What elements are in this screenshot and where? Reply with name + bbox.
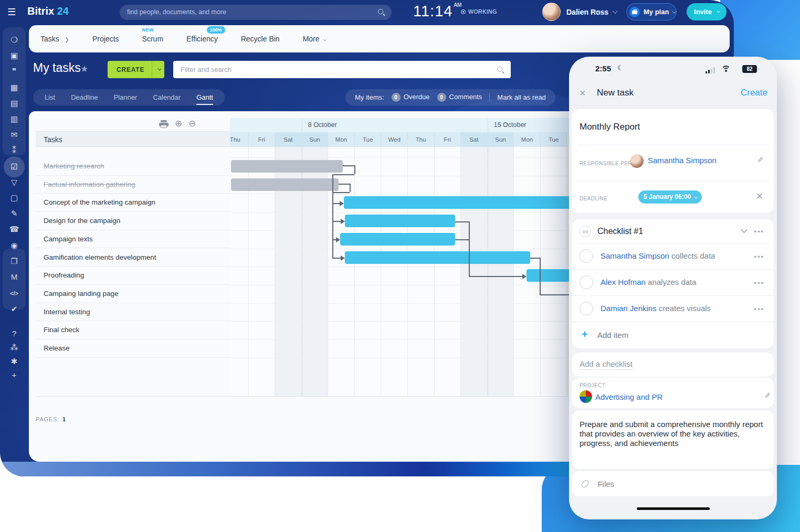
edit-pencil-icon[interactable]: ✎ (764, 391, 771, 400)
checklist-item[interactable]: Alex Hofman analyzes data••• (572, 270, 774, 296)
task-row[interactable]: Proofreading (36, 267, 230, 285)
task-title-input[interactable]: Monthly Report (580, 122, 640, 132)
knowledge-base-icon[interactable]: ❒ (0, 254, 28, 268)
documents-icon[interactable]: ▤ (0, 97, 28, 110)
help-icon[interactable]: ? (0, 327, 28, 341)
task-row[interactable]: Gamification elements development (36, 249, 230, 267)
checkbox-circle[interactable] (580, 249, 593, 263)
responsible-row[interactable]: RESPONSIBLE PER... Samantha Simpson ✎ (580, 158, 766, 167)
task-row[interactable]: Campaign texts (36, 230, 230, 249)
tab-planner[interactable]: Planner (114, 90, 138, 104)
task-row[interactable]: Design for the campaign (36, 212, 230, 230)
project-card[interactable]: PROJECT Advertising and PR ✎ (572, 378, 774, 408)
tasks-icon[interactable]: ☑ (0, 160, 28, 174)
drive-icon[interactable]: ▥ (0, 112, 28, 126)
contact-center-icon[interactable]: ☎ (0, 222, 28, 236)
team-icon[interactable]: ⁑ (0, 144, 28, 157)
phone-create-button[interactable]: Create (741, 88, 767, 98)
gantt-bar-1[interactable] (231, 160, 343, 173)
pages-value[interactable]: 1 (62, 416, 66, 422)
task-row[interactable]: Release (36, 339, 230, 358)
nav-item-efficiency[interactable]: Efficiency100% (186, 35, 218, 43)
gantt-bar-4[interactable] (345, 215, 455, 227)
gantt-bar-5[interactable] (340, 233, 455, 246)
counter-label-comments[interactable]: Comments (449, 93, 482, 101)
crm-icon[interactable]: ▽ (0, 176, 28, 189)
add-icon[interactable]: + (0, 368, 28, 382)
task-row[interactable]: Marketing research (36, 157, 230, 176)
chevron-down-icon[interactable] (158, 67, 162, 71)
checklist-item[interactable]: Samantha Simpson collects data••• (572, 243, 774, 270)
checklist-menu-icon[interactable]: ••• (754, 228, 764, 236)
edit-pencil-icon[interactable]: ✎ (757, 156, 763, 164)
close-icon[interactable]: × (580, 87, 586, 99)
invite-button[interactable]: Invite (687, 3, 727, 20)
add-checklist-card[interactable]: Add a checklist (572, 353, 774, 377)
task-row[interactable]: Internal testing (36, 303, 230, 322)
tab-list[interactable]: List (45, 90, 55, 104)
my-plan-button[interactable]: My plan (626, 3, 677, 20)
favorite-star-icon[interactable]: ★ (80, 63, 88, 75)
deadline-pill[interactable]: 5 January 06:00 (638, 190, 702, 204)
print-icon[interactable] (159, 120, 169, 131)
responsible-name[interactable]: Samantha Simpson (648, 156, 717, 165)
files-card[interactable]: Files (572, 471, 774, 496)
mail-icon[interactable]: ✉ (0, 128, 28, 142)
task-row[interactable]: Factual information gathering (36, 176, 230, 194)
create-task-button[interactable]: CREATE (108, 61, 164, 78)
nav-item-scrum[interactable]: ScrumNEW (142, 35, 163, 43)
clear-deadline-icon[interactable]: ✕ (756, 191, 763, 202)
checklist-item-assignee[interactable]: Alex Hofman (601, 278, 646, 286)
global-search-input[interactable]: find people, documents, and more (120, 5, 392, 20)
filter-search-input[interactable]: Filter and search (173, 61, 511, 78)
messenger-icon[interactable]: ❞ (0, 65, 28, 78)
menu-icon[interactable]: ☰ (7, 6, 16, 18)
developer-icon[interactable]: </> (0, 286, 28, 300)
mark-all-read-button[interactable]: Mark all as read (497, 93, 545, 101)
task-row[interactable]: Final check (36, 321, 230, 339)
sign-icon[interactable]: ✎ (0, 207, 28, 220)
add-item-row[interactable]: + Add item (572, 322, 774, 348)
checkbox-circle[interactable] (580, 275, 593, 289)
project-name[interactable]: Advertising and PR (595, 392, 662, 401)
checkbox-circle[interactable] (580, 302, 593, 315)
task-row[interactable]: Concept of the marketing campaign (36, 194, 230, 212)
item-menu-icon[interactable]: ••• (754, 279, 764, 287)
checklist-item-assignee[interactable]: Samantha Simpson (601, 251, 669, 260)
settings-icon[interactable]: ✱ (0, 355, 28, 368)
home-indicator[interactable] (637, 507, 710, 510)
gantt-bar-2[interactable] (231, 178, 339, 191)
share-icon[interactable]: ⁂ (0, 341, 28, 355)
item-menu-icon[interactable]: ••• (754, 253, 764, 261)
gantt-bar-6[interactable] (345, 251, 530, 264)
nav-item-projects[interactable]: Projects (92, 35, 119, 43)
description-card[interactable]: Prepare and submit a comprehensive month… (572, 410, 774, 469)
checklist-item-assignee[interactable]: Damian Jenkins (601, 304, 657, 313)
tab-deadline[interactable]: Deadline (71, 90, 98, 104)
tab-gantt[interactable]: Gantt (196, 90, 213, 104)
deadline-row[interactable]: DEADLINE 5 January 06:00 ✕ (580, 193, 766, 203)
zoom-out-icon[interactable]: ⊖ (187, 119, 197, 129)
item-menu-icon[interactable]: ••• (754, 305, 764, 313)
feed-icon[interactable]: ❍ (0, 33, 28, 47)
app-logo[interactable]: Bitrix 24 (27, 5, 69, 17)
checklist-item[interactable]: Damian Jenkins creates visuals••• (572, 296, 774, 322)
calendar-icon[interactable]: ▦ (0, 81, 28, 94)
collapse-chevron-icon[interactable] (741, 226, 748, 233)
nav-item-tasks[interactable]: Tasks❯ (40, 35, 69, 43)
checklist-header[interactable]: 0/3 Checklist #1 ••• (572, 219, 774, 243)
sites-icon[interactable]: ▢ (0, 191, 28, 205)
nav-item-more[interactable]: More (303, 35, 325, 43)
task-row[interactable]: Campaing landing page (36, 285, 230, 303)
nav-item-recycle-bin[interactable]: Recycle Bin (241, 35, 280, 43)
automation-icon[interactable]: ◉ (0, 239, 28, 252)
zoom-in-icon[interactable]: ⊕ (173, 119, 184, 129)
gantt-bar-7[interactable] (527, 269, 574, 282)
description-text[interactable]: Prepare and submit a comprehensive month… (580, 420, 766, 448)
user-menu[interactable]: Dalien Ross (542, 3, 616, 21)
updates-icon[interactable]: ✔ (0, 302, 28, 316)
tab-calendar[interactable]: Calendar (153, 90, 181, 104)
marketing-icon[interactable]: M (0, 270, 28, 284)
counter-label-overdue[interactable]: Overdue (404, 93, 430, 101)
video-calls-icon[interactable]: ▣ (0, 49, 28, 62)
